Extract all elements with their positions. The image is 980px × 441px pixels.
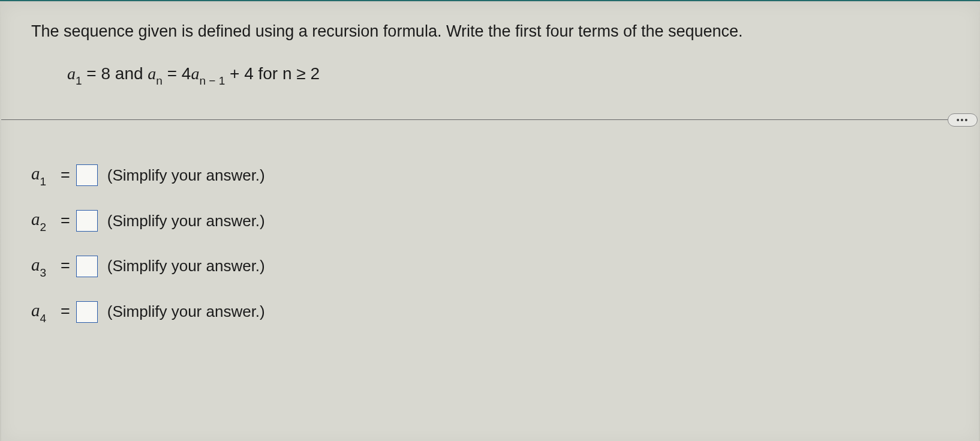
term-label-4: a4 — [31, 301, 58, 323]
answer-input-2[interactable] — [76, 210, 98, 232]
section-divider — [1, 119, 955, 120]
answer-input-3[interactable] — [76, 256, 98, 277]
answer-hint-4: (Simplify your answer.) — [107, 302, 265, 321]
more-options-button[interactable]: ••• — [948, 113, 978, 127]
answer-row-3: a3 = (Simplify your answer.) — [31, 255, 949, 278]
divider-row: ••• — [31, 110, 949, 134]
answer-hint-3: (Simplify your answer.) — [107, 257, 265, 275]
equals-sign: = — [61, 166, 70, 185]
question-prompt: The sequence given is defined using a re… — [31, 20, 949, 43]
term-label-1: a1 — [31, 164, 58, 187]
equals-sign: = — [61, 302, 70, 321]
answer-input-4[interactable] — [76, 301, 98, 323]
term-label-2: a2 — [31, 209, 58, 232]
answer-row-2: a2 = (Simplify your answer.) — [31, 209, 949, 232]
recursion-formula: a1 = 8 and an = 4an − 1 + 4 for n ≥ 2 — [67, 64, 949, 86]
answer-hint-2: (Simplify your answer.) — [107, 212, 265, 230]
ellipsis-icon: ••• — [957, 115, 969, 125]
answer-input-1[interactable] — [76, 164, 98, 186]
equals-sign: = — [61, 212, 70, 230]
term-label-3: a3 — [31, 255, 58, 278]
answer-row-1: a1 = (Simplify your answer.) — [31, 164, 949, 187]
equals-sign: = — [61, 257, 70, 275]
answer-row-4: a4 = (Simplify your answer.) — [31, 301, 949, 323]
answer-hint-1: (Simplify your answer.) — [107, 166, 265, 185]
question-panel: The sequence given is defined using a re… — [1, 2, 979, 441]
answers-block: a1 = (Simplify your answer.) a2 = (Simpl… — [31, 164, 949, 323]
